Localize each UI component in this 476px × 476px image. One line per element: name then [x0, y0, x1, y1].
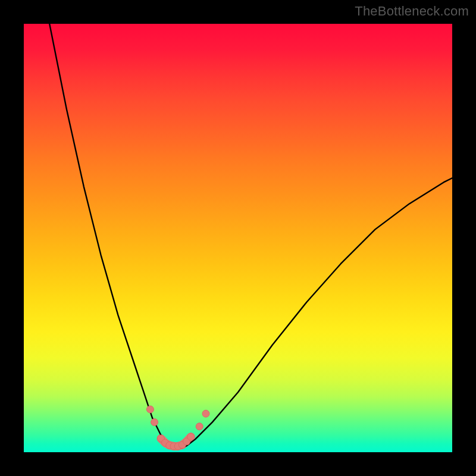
highlight-dot: [151, 419, 158, 426]
highlight-markers: [146, 406, 209, 450]
highlight-dot: [187, 433, 195, 440]
highlight-dot: [146, 406, 154, 413]
plot-area: [24, 24, 452, 452]
bottleneck-curve: [49, 24, 452, 448]
highlight-dot: [202, 410, 209, 417]
curve-layer: [24, 24, 452, 452]
watermark-text: TheBottleneck.com: [355, 4, 469, 19]
highlight-dot: [196, 423, 203, 430]
chart-frame: TheBottleneck.com: [0, 0, 476, 476]
